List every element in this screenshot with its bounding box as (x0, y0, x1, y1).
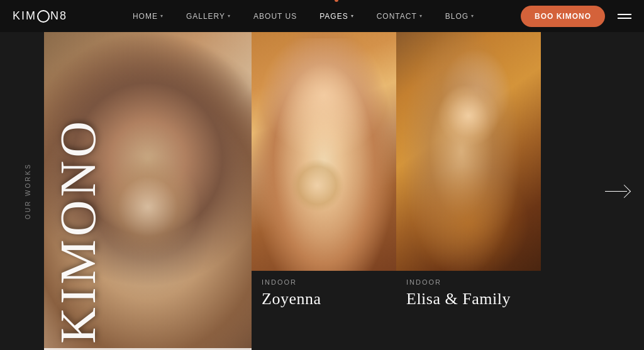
card-zoyenna-category: INDOOR (262, 278, 386, 286)
gallery: KIMONO INDOOR Zoyenna INDOOR Elisa & Fam… (0, 32, 644, 350)
card-elisa-title: Elisa & Family (406, 290, 531, 309)
hamburger-menu-icon[interactable] (618, 14, 631, 19)
cards-right: INDOOR Zoyenna INDOOR Elisa & Family (252, 32, 644, 350)
nav-item-contact[interactable]: CONTACT ▾ (365, 0, 434, 32)
card-elisa-meta: INDOOR Elisa & Family (396, 271, 541, 314)
logo-circle-icon (37, 10, 50, 23)
chevron-down-icon: ▾ (471, 13, 474, 19)
nav-item-blog[interactable]: BLOG ▾ (434, 0, 486, 32)
card-zoyenna-image (252, 32, 396, 271)
navbar: KIM N8 HOME ▾ GALLERY ▾ ABOUT US PAGES ▾… (0, 0, 644, 32)
logo-text: KIM (13, 9, 36, 23)
book-button[interactable]: BOO KIMONO (521, 6, 605, 27)
chevron-down-icon: ▾ (160, 13, 164, 19)
hero-title: KIMONO (57, 118, 99, 344)
card-hero: KIMONO (44, 32, 252, 350)
chevron-down-icon: ▾ (228, 13, 231, 19)
logo-text-2: N8 (50, 9, 67, 23)
main-content: OUR WORKS KIMONO INDOOR Zoyenna INDOOR (0, 32, 644, 350)
chevron-down-icon: ▾ (351, 13, 354, 19)
card-zoyenna-meta: INDOOR Zoyenna (252, 271, 396, 314)
card-zoyenna: INDOOR Zoyenna (252, 32, 396, 350)
nav-item-about[interactable]: ABOUT US (242, 0, 308, 32)
card-elisa-category: INDOOR (406, 278, 531, 286)
card-zoyenna-title: Zoyenna (262, 290, 386, 309)
card-elisa-image (396, 32, 541, 271)
nav-item-home[interactable]: HOME ▾ (121, 0, 175, 32)
card-elisa: INDOOR Elisa & Family (396, 32, 541, 350)
logo[interactable]: KIM N8 (13, 9, 67, 23)
active-indicator (335, 0, 338, 2)
chevron-down-icon: ▾ (419, 13, 423, 19)
sidebar-label: OUR WORKS (25, 163, 31, 219)
nav-links: HOME ▾ GALLERY ▾ ABOUT US PAGES ▾ CONTAC… (86, 0, 521, 32)
nav-item-gallery[interactable]: GALLERY ▾ (175, 0, 242, 32)
nav-item-pages[interactable]: PAGES ▾ (308, 0, 365, 32)
next-arrow-button[interactable] (600, 175, 631, 207)
